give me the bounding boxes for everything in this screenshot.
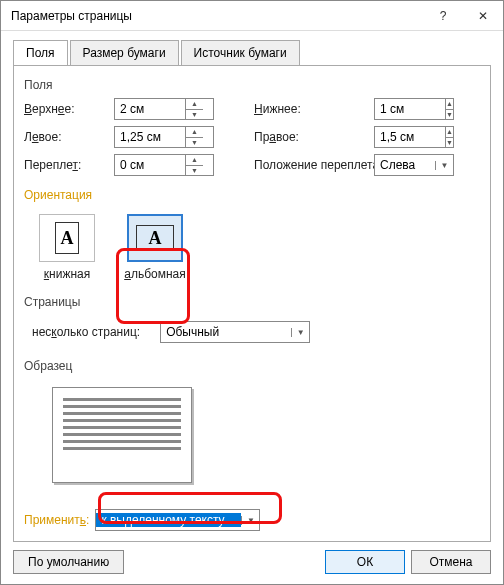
gutter-position-combo[interactable]: Слева ▼ (374, 154, 454, 176)
preview-line (63, 405, 181, 408)
close-button[interactable]: ✕ (463, 1, 503, 31)
down-icon[interactable]: ▼ (446, 138, 453, 148)
portrait-label: книжная (44, 267, 90, 281)
left-margin-input[interactable]: ▲▼ (114, 126, 214, 148)
gutter-label: Переплет: (24, 158, 104, 172)
top-margin-label: Верхнее: (24, 102, 104, 116)
bottom-margin-field[interactable] (375, 99, 445, 119)
multi-pages-value: Обычный (161, 325, 291, 339)
gutter-position-label: Положение переплета: (224, 158, 364, 172)
up-icon[interactable]: ▲ (186, 99, 203, 110)
tab-paper-source[interactable]: Источник бумаги (181, 40, 300, 66)
orientation-portrait[interactable]: A книжная (32, 214, 102, 281)
gutter-field[interactable] (115, 155, 185, 175)
preview-line (63, 447, 181, 450)
portrait-icon: A (39, 214, 95, 262)
preview-line (63, 433, 181, 436)
top-margin-input[interactable]: ▲▼ (114, 98, 214, 120)
apply-row: Применить: к выделенному тексту ▼ (24, 497, 480, 531)
tab-fields[interactable]: Поля (13, 40, 68, 66)
top-margin-field[interactable] (115, 99, 185, 119)
group-margins-label: Поля (24, 78, 480, 92)
preview-line (63, 426, 181, 429)
margins-grid: Верхнее: ▲▼ Нижнее: ▲▼ Левое: ▲▼ Правое: (24, 98, 480, 176)
down-icon[interactable]: ▼ (186, 138, 203, 148)
bottom-margin-label: Нижнее: (224, 102, 364, 116)
close-icon: ✕ (478, 9, 488, 23)
preview-line (63, 398, 181, 401)
left-margin-field[interactable] (115, 127, 185, 147)
orientation-landscape[interactable]: A альбомная (120, 214, 190, 281)
set-default-button[interactable]: По умолчанию (13, 550, 124, 574)
landscape-icon: A (127, 214, 183, 262)
cancel-button[interactable]: Отмена (411, 550, 491, 574)
right-margin-spinner[interactable]: ▲▼ (445, 127, 453, 147)
down-icon[interactable]: ▼ (186, 166, 203, 176)
help-icon: ? (440, 9, 447, 23)
up-icon[interactable]: ▲ (186, 127, 203, 138)
left-margin-label: Левое: (24, 130, 104, 144)
tab-paper-size[interactable]: Размер бумаги (70, 40, 179, 66)
preview-line (63, 412, 181, 415)
group-orientation-label: Ориентация (24, 188, 480, 202)
gutter-position-value: Слева (375, 158, 435, 172)
chevron-down-icon[interactable]: ▼ (435, 161, 453, 170)
group-pages-label: Страницы (24, 295, 480, 309)
up-icon[interactable]: ▲ (446, 99, 453, 110)
right-margin-input[interactable]: ▲▼ (374, 126, 454, 148)
chevron-down-icon[interactable]: ▼ (241, 516, 259, 525)
tab-strip: Поля Размер бумаги Источник бумаги (13, 40, 491, 66)
preview-line (63, 419, 181, 422)
apply-to-combo[interactable]: к выделенному тексту ▼ (95, 509, 260, 531)
pages-row: несколько страниц: Обычный ▼ (32, 321, 480, 343)
left-margin-spinner[interactable]: ▲▼ (185, 127, 203, 147)
down-icon[interactable]: ▼ (186, 110, 203, 120)
chevron-down-icon[interactable]: ▼ (291, 328, 309, 337)
orientation-options: A книжная A альбомная (32, 214, 480, 281)
group-sample-label: Образец (24, 359, 480, 373)
apply-to-value: к выделенному тексту (96, 513, 241, 527)
bottom-margin-input[interactable]: ▲▼ (374, 98, 454, 120)
right-margin-field[interactable] (375, 127, 445, 147)
up-icon[interactable]: ▲ (186, 155, 203, 166)
dialog-title: Параметры страницы (11, 9, 423, 23)
right-margin-label: Правое: (224, 130, 364, 144)
bottom-margin-spinner[interactable]: ▲▼ (445, 99, 453, 119)
gutter-spinner[interactable]: ▲▼ (185, 155, 203, 175)
tab-panel-fields: Поля Верхнее: ▲▼ Нижнее: ▲▼ Левое: ▲▼ Пр… (13, 65, 491, 542)
up-icon[interactable]: ▲ (446, 127, 453, 138)
dialog-content: Поля Размер бумаги Источник бумаги Поля … (1, 31, 503, 584)
top-margin-spinner[interactable]: ▲▼ (185, 99, 203, 119)
ok-button[interactable]: ОК (325, 550, 405, 574)
down-icon[interactable]: ▼ (446, 110, 453, 120)
multi-pages-label: несколько страниц: (32, 325, 140, 339)
landscape-label: альбомная (124, 267, 186, 281)
help-button[interactable]: ? (423, 1, 463, 31)
preview-line (63, 440, 181, 443)
multi-pages-combo[interactable]: Обычный ▼ (160, 321, 310, 343)
gutter-input[interactable]: ▲▼ (114, 154, 214, 176)
apply-label: Применить: (24, 513, 89, 527)
titlebar: Параметры страницы ? ✕ (1, 1, 503, 31)
dialog-buttons: По умолчанию ОК Отмена (13, 550, 491, 574)
page-setup-dialog: Параметры страницы ? ✕ Поля Размер бумаг… (0, 0, 504, 585)
preview-thumbnail (52, 387, 192, 483)
